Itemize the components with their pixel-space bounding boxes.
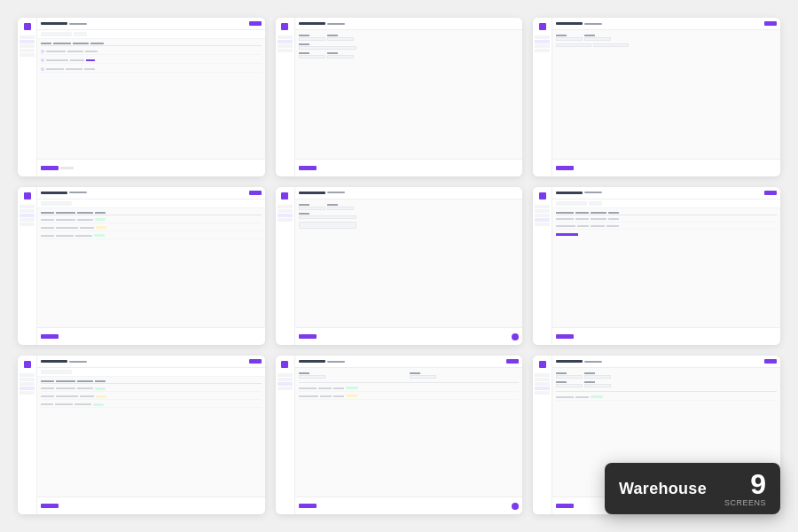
toolbar-search bbox=[41, 370, 72, 374]
bottom-button[interactable] bbox=[41, 334, 59, 339]
form-field[interactable] bbox=[327, 55, 354, 59]
th bbox=[77, 380, 93, 382]
form-field[interactable] bbox=[584, 37, 611, 41]
header-button[interactable] bbox=[764, 191, 777, 195]
td bbox=[56, 395, 78, 397]
nav-item bbox=[278, 209, 293, 213]
header-button[interactable] bbox=[506, 359, 519, 364]
form-label bbox=[299, 43, 309, 45]
header-button[interactable] bbox=[764, 21, 777, 26]
nav-item bbox=[20, 382, 35, 386]
table-row bbox=[41, 48, 262, 55]
screen-content bbox=[295, 30, 523, 159]
circle-button[interactable] bbox=[512, 503, 519, 510]
header-button[interactable] bbox=[249, 21, 262, 26]
form-field[interactable] bbox=[556, 384, 583, 387]
th bbox=[90, 43, 104, 44]
td bbox=[56, 235, 74, 237]
textarea-field[interactable] bbox=[299, 222, 356, 229]
header-subtitle bbox=[327, 192, 345, 193]
bottom-button[interactable] bbox=[299, 334, 317, 339]
toolbar-search bbox=[41, 201, 72, 206]
bottom-button[interactable] bbox=[556, 504, 574, 508]
screen-main-3 bbox=[552, 18, 780, 176]
form-field[interactable] bbox=[584, 375, 611, 379]
header-button[interactable] bbox=[249, 359, 262, 364]
divider bbox=[299, 382, 520, 383]
screen-card-2[interactable] bbox=[276, 18, 523, 176]
form-label bbox=[584, 381, 595, 383]
toolbar-filter bbox=[589, 201, 602, 206]
bottom-button[interactable] bbox=[556, 166, 574, 170]
cell-avatar bbox=[41, 59, 44, 62]
form-field[interactable] bbox=[299, 46, 356, 50]
bottom-button[interactable] bbox=[41, 166, 59, 170]
td bbox=[556, 218, 574, 220]
form-field[interactable] bbox=[584, 384, 611, 387]
table-row bbox=[41, 225, 262, 231]
nav-group bbox=[18, 205, 36, 226]
toolbar-search bbox=[41, 32, 72, 36]
nav-item bbox=[20, 378, 35, 381]
form-field[interactable] bbox=[327, 37, 354, 41]
nav-group bbox=[533, 35, 552, 52]
watermark-sub: Screens bbox=[724, 498, 766, 507]
screen-card-4[interactable] bbox=[18, 187, 265, 346]
screen-card-8[interactable] bbox=[276, 356, 523, 514]
form-field[interactable] bbox=[556, 375, 583, 379]
td bbox=[591, 218, 606, 220]
nav-item bbox=[535, 49, 550, 52]
th bbox=[591, 212, 606, 214]
nav-item-active bbox=[278, 382, 293, 386]
td bbox=[70, 59, 84, 61]
screen-card-5[interactable] bbox=[276, 187, 523, 346]
form-field[interactable] bbox=[299, 207, 325, 210]
bottom-button[interactable] bbox=[41, 504, 59, 508]
watermark-badge: Warehouse 9 Screens bbox=[605, 463, 780, 514]
screen-card-1[interactable] bbox=[18, 18, 265, 176]
sidebar-logo bbox=[539, 192, 546, 200]
th bbox=[73, 43, 89, 44]
form-field[interactable] bbox=[556, 37, 583, 41]
sidebar-logo bbox=[24, 361, 31, 368]
bottom-button[interactable] bbox=[556, 334, 574, 339]
table-row bbox=[41, 57, 262, 64]
nav-item bbox=[535, 209, 550, 213]
form-field[interactable] bbox=[299, 55, 325, 59]
screen-content bbox=[295, 368, 523, 497]
screen-main-7 bbox=[37, 356, 265, 514]
screen-card-3[interactable] bbox=[533, 18, 780, 176]
form-field[interactable] bbox=[556, 43, 591, 47]
bottom-button[interactable] bbox=[299, 504, 317, 508]
screen-header bbox=[552, 187, 780, 200]
td bbox=[591, 225, 605, 227]
nav-item bbox=[278, 35, 293, 39]
form-field[interactable] bbox=[299, 375, 325, 379]
table-row bbox=[41, 402, 262, 408]
screen-content bbox=[552, 208, 780, 328]
td bbox=[55, 403, 73, 405]
circle-button[interactable] bbox=[512, 333, 519, 340]
screen-content bbox=[552, 30, 780, 159]
screen-header bbox=[295, 187, 523, 200]
bottom-button[interactable] bbox=[299, 166, 317, 170]
td bbox=[84, 68, 95, 70]
status-pill bbox=[94, 234, 105, 237]
form-field[interactable] bbox=[593, 43, 629, 47]
watermark-right: 9 Screens bbox=[724, 470, 766, 507]
th bbox=[608, 212, 619, 214]
header-button[interactable] bbox=[764, 359, 777, 364]
header-button[interactable] bbox=[249, 191, 262, 195]
screen-card-7[interactable] bbox=[18, 356, 265, 514]
screen-main-6 bbox=[552, 187, 780, 346]
nav-item bbox=[278, 205, 293, 208]
cell-avatar bbox=[41, 67, 44, 71]
td bbox=[41, 395, 54, 397]
form-field[interactable] bbox=[327, 207, 354, 210]
form-field[interactable] bbox=[299, 215, 356, 219]
form-field[interactable] bbox=[299, 37, 325, 41]
form-field[interactable] bbox=[410, 375, 436, 379]
screen-card-6[interactable] bbox=[533, 187, 780, 346]
form-label bbox=[327, 52, 338, 54]
toolbar-search bbox=[556, 201, 587, 206]
